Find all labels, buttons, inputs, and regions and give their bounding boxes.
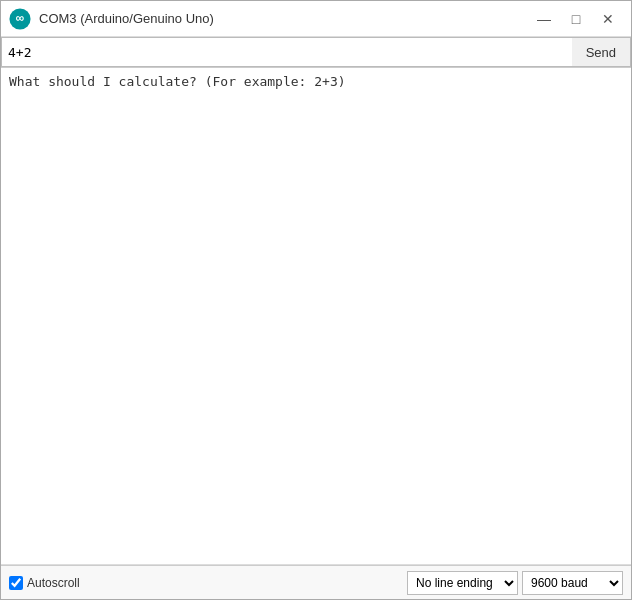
status-right: No line ending Newline Carriage return B… [407, 571, 623, 595]
baud-rate-select[interactable]: 300 baud 1200 baud 2400 baud 4800 baud 9… [522, 571, 623, 595]
autoscroll-text: Autoscroll [27, 576, 80, 590]
serial-output-line: What should I calculate? (For example: 2… [9, 74, 623, 89]
autoscroll-label[interactable]: Autoscroll [9, 576, 80, 590]
input-bar: Send [1, 37, 631, 68]
minimize-button[interactable]: — [529, 5, 559, 33]
window-title: COM3 (Arduino/Genuino Uno) [39, 11, 529, 26]
arduino-serial-monitor-window: ∞ COM3 (Arduino/Genuino Uno) — □ ✕ Send … [0, 0, 632, 600]
line-ending-select[interactable]: No line ending Newline Carriage return B… [407, 571, 518, 595]
title-bar: ∞ COM3 (Arduino/Genuino Uno) — □ ✕ [1, 1, 631, 37]
serial-input[interactable] [1, 37, 572, 67]
svg-text:∞: ∞ [16, 11, 25, 25]
maximize-button[interactable]: □ [561, 5, 591, 33]
serial-output-area: What should I calculate? (For example: 2… [1, 68, 631, 565]
window-controls: — □ ✕ [529, 5, 623, 33]
arduino-logo-icon: ∞ [9, 8, 31, 30]
status-bar: Autoscroll No line ending Newline Carria… [1, 565, 631, 599]
autoscroll-checkbox[interactable] [9, 576, 23, 590]
send-button[interactable]: Send [572, 37, 631, 67]
close-button[interactable]: ✕ [593, 5, 623, 33]
